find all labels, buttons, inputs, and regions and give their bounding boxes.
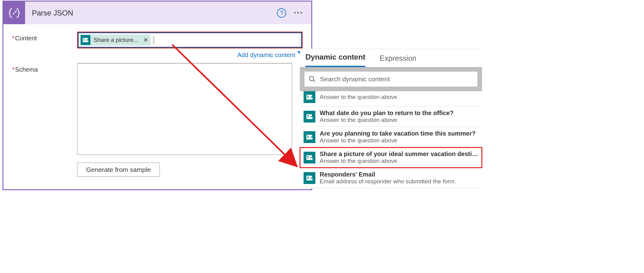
dynamic-content-item[interactable]: What date do you plan to start your vaca… [300,91,482,106]
dc-item-text: Are you planning to take vacation time t… [320,130,478,144]
svg-rect-28 [307,177,309,177]
dc-item-text: What date do you plan to start your vaca… [320,94,478,101]
svg-point-30 [310,176,312,178]
search-input[interactable] [320,75,473,83]
svg-rect-18 [307,136,309,136]
schema-field-row: *Schema Generate from sample [12,63,303,177]
content-input-highlight: Share a picture... ✕ [77,32,303,48]
dc-item-subtitle: Answer to the question above [320,117,478,123]
token-remove[interactable]: ✕ [143,37,148,43]
help-icon[interactable]: ? [277,8,286,18]
svg-rect-16 [310,117,313,119]
svg-rect-29 [307,178,309,179]
svg-rect-9 [307,97,309,98]
dc-item-title: Responders' Email [320,171,478,178]
dynamic-content-item[interactable]: Share a picture of your ideal summer vac… [300,147,482,168]
dc-item-text: Responders' EmailEmail address of respon… [320,171,478,185]
svg-rect-14 [307,117,309,117]
svg-rect-19 [307,137,309,138]
dc-item-subtitle: Answer to the question above [320,137,478,144]
svg-rect-11 [310,97,313,100]
svg-rect-24 [307,158,309,158]
forms-icon [81,35,90,45]
dc-item-subtitle: Email address of responder who submitted… [320,178,478,185]
action-body: *Content Share a picture... ✕ [3,24,311,189]
action-title: Parse JSON [25,9,277,17]
action-header[interactable]: Parse JSON ? ··· [3,2,311,24]
svg-point-25 [310,155,312,157]
flyout-tabs: Dynamic content Expression [300,49,482,67]
content-field-row: *Content Share a picture... ✕ [12,32,303,59]
action-menu-button[interactable]: ··· [294,8,303,18]
svg-rect-26 [310,158,313,160]
dynamic-content-item[interactable]: Are you planning to take vacation time t… [300,127,482,147]
dc-item-title: What date do you plan to return to the o… [320,110,478,117]
schema-label: *Schema [12,63,77,73]
svg-rect-31 [310,178,313,181]
tab-dynamic-content[interactable]: Dynamic content [305,53,365,67]
dynamic-content-list: What date do you plan to start your vaca… [300,91,482,188]
text-cursor [154,36,154,44]
svg-rect-21 [310,137,313,140]
svg-rect-23 [307,156,309,157]
svg-rect-1 [83,39,85,39]
tab-expression[interactable]: Expression [379,54,416,67]
add-dynamic-row: Add dynamic content [77,51,303,59]
search-bar-container [300,67,482,91]
dynamic-content-flyout: Dynamic content Expression What date do … [300,49,482,188]
content-label: *Content [12,32,77,42]
dc-item-text: Share a picture of your ideal summer vac… [320,150,478,164]
svg-point-10 [310,95,312,97]
svg-line-6 [313,80,315,82]
parse-json-icon [3,2,25,24]
add-dynamic-content-link[interactable]: Add dynamic content [237,51,295,59]
generate-from-sample-button[interactable]: Generate from sample [77,163,160,177]
search-bar[interactable] [304,71,478,87]
dc-item-title: Share a picture of your ideal summer vac… [320,150,478,158]
svg-point-15 [310,114,312,116]
search-icon [309,76,316,83]
forms-icon [304,131,315,143]
dc-item-title: Are you planning to take vacation time t… [320,130,478,137]
dynamic-content-item[interactable]: What date do you plan to return to the o… [300,106,482,127]
svg-rect-8 [307,96,309,96]
dc-item-subtitle: Answer to the question above [320,94,478,101]
token-label: Share a picture... [94,37,138,43]
dynamic-token[interactable]: Share a picture... ✕ [81,34,151,46]
content-input[interactable]: Share a picture... ✕ [78,33,302,47]
svg-point-20 [310,135,312,137]
dc-item-subtitle: Answer to the question above [320,158,478,164]
svg-rect-2 [83,40,85,41]
forms-icon [304,111,315,123]
svg-rect-4 [86,40,88,42]
svg-point-5 [309,76,314,81]
svg-rect-13 [307,115,309,116]
dynamic-content-item[interactable]: Responders' EmailEmail address of respon… [300,168,482,188]
svg-point-3 [86,38,88,40]
schema-textarea[interactable] [77,63,292,155]
forms-icon [304,152,315,163]
forms-icon [304,172,315,184]
forms-icon [304,91,315,103]
parse-json-card: Parse JSON ? ··· *Content Share a pictur… [2,1,312,190]
dc-item-text: What date do you plan to return to the o… [320,110,478,123]
